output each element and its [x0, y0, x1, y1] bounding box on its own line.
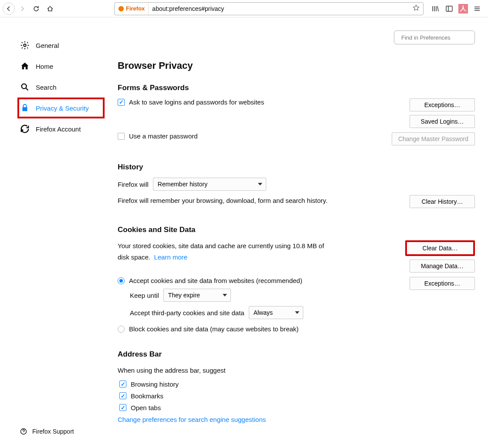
site-identity[interactable]: Firefox	[115, 3, 149, 15]
cookies-exceptions-button[interactable]: Exceptions…	[410, 277, 475, 290]
history-desc: Firefox will remember your browsing, dow…	[118, 195, 328, 206]
sidebar-item-general[interactable]: General	[17, 35, 105, 56]
master-password-checkbox[interactable]	[118, 133, 125, 140]
master-password-label: Use a master password	[129, 132, 198, 140]
url-bar[interactable]: Firefox about:preferences#privacy	[114, 2, 424, 15]
sidebar-item-home[interactable]: Home	[17, 56, 105, 77]
preferences-search[interactable]	[394, 30, 475, 44]
clear-data-button[interactable]: Clear Data…	[405, 240, 475, 256]
menu-icon[interactable]	[471, 2, 484, 15]
block-cookies-label: Block cookies and site data (may cause w…	[129, 325, 298, 333]
section-forms-heading: Forms & Passwords	[118, 84, 475, 92]
accept-cookies-radio[interactable]	[118, 277, 125, 284]
back-button[interactable]	[3, 3, 15, 15]
ask-save-checkbox[interactable]	[118, 99, 125, 106]
suggest-label: When using the address bar, suggest	[118, 365, 336, 376]
sidebar-item-label: General	[36, 42, 59, 49]
svg-point-3	[22, 84, 27, 89]
history-mode-select[interactable]: Remember history	[153, 178, 266, 191]
block-cookies-radio[interactable]	[118, 326, 125, 333]
clear-history-button[interactable]: Clear History…	[410, 195, 475, 208]
svg-point-2	[24, 44, 26, 47]
preferences-sidebar: General Home Search Privacy & Security F…	[0, 17, 105, 448]
page-title: Browser Privacy	[118, 60, 475, 71]
section-addressbar-heading: Address Bar	[118, 350, 475, 359]
sidebar-item-privacy[interactable]: Privacy & Security	[17, 98, 105, 118]
sidebar-item-label: Firefox Account	[36, 125, 81, 133]
suggest-history-checkbox[interactable]	[119, 381, 126, 387]
library-icon[interactable]	[429, 2, 442, 15]
search-engine-prefs-link[interactable]: Change preferences for search engine sug…	[118, 416, 266, 423]
section-cookies-heading: Cookies and Site Data	[118, 226, 475, 234]
firefox-will-label: Firefox will	[118, 181, 149, 188]
suggest-open-tabs-checkbox[interactable]	[119, 404, 126, 411]
third-party-select[interactable]: Always	[249, 306, 303, 319]
home-button[interactable]	[44, 2, 57, 15]
sidebar-toggle-icon[interactable]	[443, 2, 456, 15]
preferences-main: Browser Privacy Forms & Passwords Ask to…	[105, 17, 488, 448]
saved-logins-button[interactable]: Saved Logins…	[410, 115, 475, 128]
accept-cookies-label: Accept cookies and site data from websit…	[129, 277, 302, 284]
url-text[interactable]: about:preferences#privacy	[149, 5, 409, 12]
suggest-open-tabs-label: Open tabs	[131, 404, 161, 411]
identity-label: Firefox	[126, 5, 145, 12]
sidebar-support-link[interactable]: Firefox Support	[20, 428, 74, 435]
forward-button[interactable]	[16, 2, 29, 15]
sidebar-item-label: Search	[36, 84, 57, 91]
sidebar-item-label: Privacy & Security	[36, 104, 89, 112]
exceptions-button[interactable]: Exceptions…	[410, 98, 475, 111]
ask-save-label: Ask to save logins and passwords for web…	[129, 98, 264, 106]
keep-until-select[interactable]: They expire	[163, 289, 231, 302]
third-party-label: Accept third-party cookies and site data	[130, 309, 244, 317]
learn-more-link[interactable]: Learn more	[154, 253, 187, 261]
keep-until-label: Keep until	[130, 292, 159, 299]
suggest-bookmarks-checkbox[interactable]	[119, 392, 126, 399]
support-label: Firefox Support	[32, 428, 74, 435]
change-master-button[interactable]: Change Master Password	[392, 132, 475, 145]
cookies-desc: Your stored cookies, site data and cache…	[118, 240, 336, 263]
browser-toolbar: Firefox about:preferences#privacy 人	[0, 0, 488, 17]
manage-data-button[interactable]: Manage Data…	[410, 259, 475, 273]
sidebar-item-account[interactable]: Firefox Account	[17, 118, 105, 139]
svg-rect-1	[446, 6, 452, 11]
pocket-icon[interactable]: 人	[457, 2, 470, 15]
sidebar-item-label: Home	[36, 63, 53, 70]
sidebar-item-search[interactable]: Search	[17, 77, 105, 98]
suggest-bookmarks-label: Bookmarks	[131, 392, 163, 400]
search-input[interactable]	[401, 34, 474, 41]
reload-button[interactable]	[30, 2, 43, 15]
bookmark-star-icon[interactable]	[409, 4, 423, 13]
section-history-heading: History	[118, 163, 475, 172]
suggest-history-label: Browsing history	[131, 381, 179, 388]
